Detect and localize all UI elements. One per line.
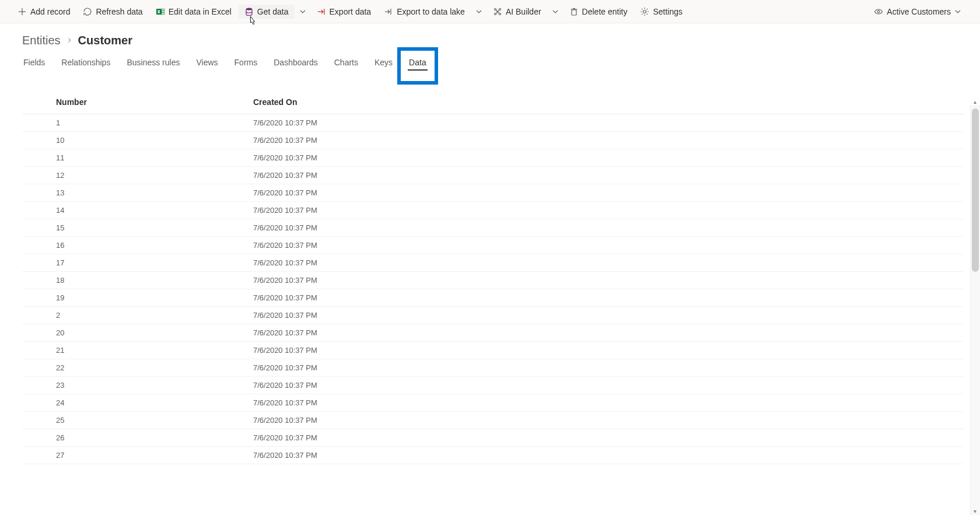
chevron-right-icon xyxy=(66,36,72,45)
get-data-button[interactable]: Get data xyxy=(239,5,295,19)
cell-created-on: 7/6/2020 10:37 PM xyxy=(244,447,964,464)
scrollbar-up-arrow[interactable]: ▴ xyxy=(970,97,980,107)
entity-tabs: FieldsRelationshipsBusiness rulesViewsFo… xyxy=(22,55,980,74)
cell-number: 10 xyxy=(22,132,244,149)
svg-point-19 xyxy=(643,10,646,13)
gear-icon xyxy=(640,7,649,16)
chevron-down-icon xyxy=(954,8,961,15)
cell-created-on: 7/6/2020 10:37 PM xyxy=(244,377,964,394)
column-header-number[interactable]: Number xyxy=(22,92,244,114)
plus-icon xyxy=(18,7,27,16)
add-record-label: Add record xyxy=(30,7,70,16)
table-header-row: Number Created On xyxy=(22,92,964,114)
table-row[interactable]: 27/6/2020 10:37 PM xyxy=(22,307,964,324)
table-row[interactable]: 257/6/2020 10:37 PM xyxy=(22,412,964,429)
ai-builder-label: AI Builder xyxy=(506,7,541,16)
export-data-label: Export data xyxy=(330,7,372,16)
svg-point-6 xyxy=(246,8,252,10)
table-row[interactable]: 147/6/2020 10:37 PM xyxy=(22,202,964,219)
tab-keys[interactable]: Keys xyxy=(373,55,394,74)
content-area: Entities Customer FieldsRelationshipsBus… xyxy=(0,23,980,515)
cell-number: 18 xyxy=(22,272,244,289)
table-row[interactable]: 207/6/2020 10:37 PM xyxy=(22,324,964,342)
cell-number: 13 xyxy=(22,184,244,202)
edit-data-excel-button[interactable]: Edit data in Excel xyxy=(150,5,237,19)
get-data-label: Get data xyxy=(257,7,289,16)
chevron-down-icon xyxy=(299,8,306,15)
table-row[interactable]: 167/6/2020 10:37 PM xyxy=(22,237,964,254)
cell-number: 2 xyxy=(22,307,244,324)
cell-created-on: 7/6/2020 10:37 PM xyxy=(244,324,964,342)
table-row[interactable]: 197/6/2020 10:37 PM xyxy=(22,289,964,307)
tab-views[interactable]: Views xyxy=(195,55,219,74)
excel-icon xyxy=(156,7,165,16)
table-row[interactable]: 17/6/2020 10:37 PM xyxy=(22,114,964,132)
table-row[interactable]: 157/6/2020 10:37 PM xyxy=(22,219,964,237)
scrollbar-track[interactable]: ▴ ▾ xyxy=(970,105,980,515)
scrollbar-thumb[interactable] xyxy=(972,108,979,272)
cell-number: 14 xyxy=(22,202,244,219)
cell-number: 16 xyxy=(22,237,244,254)
cell-created-on: 7/6/2020 10:37 PM xyxy=(244,412,964,429)
edit-excel-label: Edit data in Excel xyxy=(169,7,232,16)
table-row[interactable]: 277/6/2020 10:37 PM xyxy=(22,447,964,464)
cell-created-on: 7/6/2020 10:37 PM xyxy=(244,237,964,254)
table-row[interactable]: 217/6/2020 10:37 PM xyxy=(22,342,964,359)
cell-number: 27 xyxy=(22,447,244,464)
table-row[interactable]: 117/6/2020 10:37 PM xyxy=(22,149,964,167)
cell-number: 20 xyxy=(22,324,244,342)
cell-number: 26 xyxy=(22,429,244,447)
cell-number: 17 xyxy=(22,254,244,272)
breadcrumb-root[interactable]: Entities xyxy=(22,34,61,47)
export-data-lake-button[interactable]: Export to data lake xyxy=(378,5,471,19)
get-data-chevron[interactable] xyxy=(296,6,310,17)
table-row[interactable]: 107/6/2020 10:37 PM xyxy=(22,132,964,149)
refresh-data-button[interactable]: Refresh data xyxy=(77,5,148,19)
table-row[interactable]: 177/6/2020 10:37 PM xyxy=(22,254,964,272)
export-lake-label: Export to data lake xyxy=(397,7,465,16)
cell-number: 11 xyxy=(22,149,244,167)
table-row[interactable]: 127/6/2020 10:37 PM xyxy=(22,167,964,184)
ai-builder-button[interactable]: AI Builder xyxy=(487,5,547,19)
data-table: Number Created On 17/6/2020 10:37 PM107/… xyxy=(22,92,964,464)
scrollbar-down-arrow[interactable]: ▾ xyxy=(970,506,980,515)
cell-created-on: 7/6/2020 10:37 PM xyxy=(244,307,964,324)
settings-label: Settings xyxy=(653,7,682,16)
delete-entity-button[interactable]: Delete entity xyxy=(564,5,634,19)
settings-button[interactable]: Settings xyxy=(634,5,688,19)
cell-number: 22 xyxy=(22,359,244,377)
tab-business-rules[interactable]: Business rules xyxy=(125,55,181,74)
table-row[interactable]: 227/6/2020 10:37 PM xyxy=(22,359,964,377)
svg-rect-3 xyxy=(162,9,164,10)
cell-number: 23 xyxy=(22,377,244,394)
cell-created-on: 7/6/2020 10:37 PM xyxy=(244,149,964,167)
cell-number: 25 xyxy=(22,412,244,429)
cell-number: 21 xyxy=(22,342,244,359)
table-row[interactable]: 247/6/2020 10:37 PM xyxy=(22,394,964,412)
breadcrumb: Entities Customer xyxy=(22,34,980,47)
tab-charts[interactable]: Charts xyxy=(333,55,359,74)
export-data-button[interactable]: Export data xyxy=(311,5,377,19)
svg-point-20 xyxy=(877,10,880,13)
cell-created-on: 7/6/2020 10:37 PM xyxy=(244,167,964,184)
cell-created-on: 7/6/2020 10:37 PM xyxy=(244,254,964,272)
table-row[interactable]: 267/6/2020 10:37 PM xyxy=(22,429,964,447)
tab-fields[interactable]: Fields xyxy=(22,55,46,74)
chevron-down-icon xyxy=(475,8,482,15)
add-record-button[interactable]: Add record xyxy=(12,5,76,19)
tab-forms[interactable]: Forms xyxy=(233,55,259,74)
column-header-created-on[interactable]: Created On xyxy=(244,92,964,114)
table-row[interactable]: 137/6/2020 10:37 PM xyxy=(22,184,964,202)
tab-data[interactable]: Data xyxy=(408,55,428,74)
tab-dashboards[interactable]: Dashboards xyxy=(272,55,319,74)
ai-builder-chevron[interactable] xyxy=(548,6,562,17)
tab-relationships[interactable]: Relationships xyxy=(60,55,111,74)
cell-created-on: 7/6/2020 10:37 PM xyxy=(244,394,964,412)
cell-number: 19 xyxy=(22,289,244,307)
view-selector[interactable]: Active Customers xyxy=(869,5,966,19)
breadcrumb-current: Customer xyxy=(78,34,132,47)
table-row[interactable]: 237/6/2020 10:37 PM xyxy=(22,377,964,394)
table-row[interactable]: 187/6/2020 10:37 PM xyxy=(22,272,964,289)
export-lake-chevron[interactable] xyxy=(472,6,486,17)
cell-created-on: 7/6/2020 10:37 PM xyxy=(244,429,964,447)
